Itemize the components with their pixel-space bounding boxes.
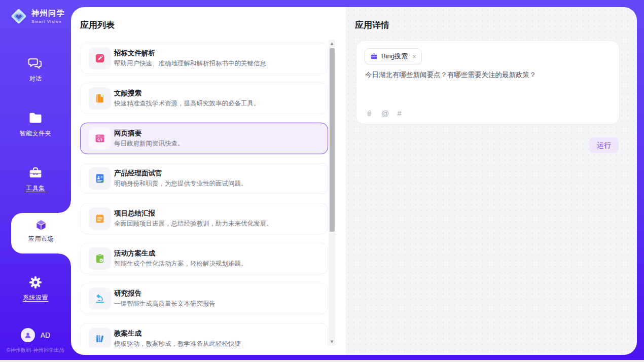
gear-icon <box>28 275 43 290</box>
brand-logo: 神州问学 Smart Vision <box>10 7 65 25</box>
app-detail-title: 应用详情 <box>355 19 389 31</box>
prompt-input[interactable]: 今日湖北有哪些新闻要点？有哪些需要关注的最新政策？ <box>365 70 611 80</box>
app-card-event-plan-generation[interactable]: 活动方案生成 智能生成个性化活动方案，轻松解决规划难题。 <box>80 243 328 274</box>
sidebar-item-smart-folder[interactable]: 智能文件夹 <box>0 111 71 138</box>
app-list-title: 应用列表 <box>80 19 115 31</box>
app-card-title: 项目总结汇报 <box>114 209 155 218</box>
scroll-down-arrow-icon[interactable]: ▼ <box>329 338 335 345</box>
clipboard-check-icon <box>89 247 111 270</box>
report-icon <box>89 207 111 230</box>
toolbox-icon <box>28 165 43 180</box>
user-name: AD <box>41 331 50 339</box>
app-card-title: 文献搜索 <box>114 89 141 98</box>
tool-chip-bing-search[interactable]: Bing搜索 × <box>365 48 422 64</box>
sidebar-item-label: 智能文件夹 <box>20 130 52 137</box>
chat-icon <box>28 56 43 71</box>
scrollbar-thumb[interactable] <box>330 48 335 232</box>
sidebar-item-app-market[interactable]: 应用市场 <box>11 213 71 254</box>
briefcase-icon <box>370 53 378 60</box>
edit-doc-icon <box>89 47 111 69</box>
user-profile[interactable]: AD <box>0 328 71 342</box>
sidebar-item-label: 工具集 <box>26 185 45 192</box>
app-card-desc: 模板驱动，教案秒成，教学准备从此轻松快捷 <box>114 340 241 347</box>
app-card-lesson-plan-generation[interactable]: 教案生成 模板驱动，教案秒成，教学准备从此轻松快捷 <box>80 323 328 347</box>
app-detail-column: 应用详情 Bing搜索 × 今日湖北有哪些新闻要点？有哪些需要关注的最新政策？ … <box>346 7 637 355</box>
resume-icon <box>89 167 111 190</box>
scrollbar[interactable]: ▲ ▼ <box>329 40 335 346</box>
book-icon <box>89 87 111 110</box>
avatar <box>21 328 35 342</box>
sidebar-item-toolset[interactable]: 工具集 <box>0 165 71 193</box>
sidebar-item-label: 应用市场 <box>28 235 54 242</box>
app-card-desc: 每日政府新闻资讯快查。 <box>114 139 184 148</box>
books-icon <box>89 328 111 347</box>
app-card-title: 产品经理面试官 <box>114 169 162 178</box>
brand-subtitle: Smart Vision <box>31 19 65 24</box>
app-card-pm-interviewer[interactable]: 产品经理面试官 明确身份和职责，为您提供专业性的面试问题。 <box>80 163 328 194</box>
app-card-desc: 明确身份和职责，为您提供专业性的面试问题。 <box>114 179 247 188</box>
brand-diamond-icon <box>10 7 28 25</box>
app-card-desc: 帮助用户快速、准确地理解和解析招标书中的关键信息 <box>114 59 266 68</box>
sidebar: 神州问学 Smart Vision 对话 智能文件夹 工具集 应用市场 系统设置… <box>0 0 71 360</box>
app-card-list: 招标文件解析 帮助用户快速、准确地理解和解析招标书中的关键信息 文献搜索 快速精… <box>80 43 328 347</box>
sidebar-item-label: 对话 <box>29 75 42 82</box>
app-card-desc: 智能生成个性化活动方案，轻松解决规划难题。 <box>114 260 247 268</box>
app-card-title: 招标文件解析 <box>114 49 155 58</box>
app-card-title: 教案生成 <box>114 329 141 338</box>
brand-text: 神州问学 Smart Vision <box>31 9 65 24</box>
app-card-desc: 一键智能生成高质量长文本研究报告 <box>114 300 216 308</box>
app-card-title: 研究报告 <box>114 289 141 298</box>
scroll-up-arrow-icon[interactable]: ▲ <box>329 40 335 47</box>
main-panel: 应用列表 招标文件解析 帮助用户快速、准确地理解和解析招标书中的关键信息 文献搜… <box>71 7 637 355</box>
app-card-title: 网页摘要 <box>114 129 141 138</box>
microscope-icon <box>89 287 111 310</box>
hash-icon[interactable]: # <box>397 110 401 118</box>
prompt-card: Bing搜索 × 今日湖北有哪些新闻要点？有哪些需要关注的最新政策？ @ # <box>356 41 620 124</box>
sidebar-item-label: 系统设置 <box>23 294 48 301</box>
app-card-research-report[interactable]: 研究报告 一键智能生成高质量长文本研究报告 <box>80 283 328 314</box>
paperclip-icon[interactable] <box>365 110 373 118</box>
prompt-toolbar: @ # <box>365 110 402 118</box>
chip-close-icon[interactable]: × <box>412 53 416 60</box>
cube-icon <box>34 218 48 232</box>
sidebar-item-system-settings[interactable]: 系统设置 <box>0 275 71 302</box>
brand-name: 神州问学 <box>31 9 65 18</box>
app-list-column: 应用列表 招标文件解析 帮助用户快速、准确地理解和解析招标书中的关键信息 文献搜… <box>71 7 346 355</box>
app-card-title: 活动方案生成 <box>114 249 155 258</box>
mention-icon[interactable]: @ <box>381 110 389 118</box>
app-card-project-summary-report[interactable]: 项目总结汇报 全面回顾项目进展，总结经验教训，助力未来优化发展。 <box>80 203 328 234</box>
app-card-desc: 快速精准查找学术资源，提高研究效率的必备工具。 <box>114 99 260 108</box>
app-card-desc: 全面回顾项目进展，总结经验教训，助力未来优化发展。 <box>114 220 273 228</box>
sidebar-item-chat[interactable]: 对话 <box>0 56 71 83</box>
browser-code-icon <box>89 127 111 150</box>
app-card-webpage-summary[interactable]: 网页摘要 每日政府新闻资讯快查。 <box>80 123 328 154</box>
copyright-footer: ©神州数码·神州问学出品 <box>0 347 71 354</box>
app-card-literature-search[interactable]: 文献搜索 快速精准查找学术资源，提高研究效率的必备工具。 <box>80 83 328 114</box>
run-button[interactable]: 运行 <box>589 137 619 153</box>
folder-icon <box>28 111 43 126</box>
tool-chip-label: Bing搜索 <box>381 52 408 61</box>
app-card-bid-document-analysis[interactable]: 招标文件解析 帮助用户快速、准确地理解和解析招标书中的关键信息 <box>80 43 328 74</box>
